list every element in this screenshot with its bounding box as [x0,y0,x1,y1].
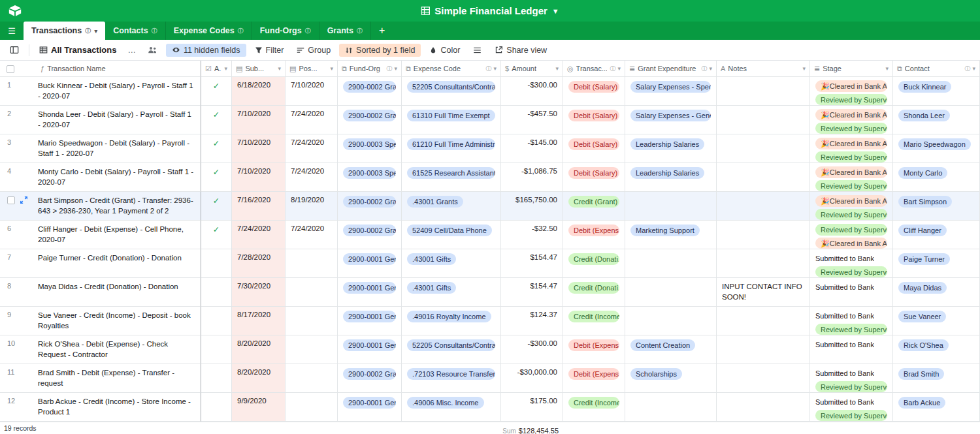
cell-approved-checkbox[interactable]: ✓ [201,192,232,221]
cell-submitted-date[interactable]: 7/30/2020 [232,278,286,307]
cell-posted-date[interactable]: 8/19/2020 [286,192,338,221]
cell-grant-expenditure[interactable]: Scholarships [625,364,717,393]
chevron-down-icon[interactable]: ▾ [555,65,559,72]
cell-amount[interactable]: $124.37 [501,307,563,335]
cell-stage[interactable]: Submitted to Bank [810,278,893,307]
cell-submitted-date[interactable]: 7/10/2020 [232,106,286,134]
airtable-logo[interactable] [8,5,22,17]
cell-grant-expenditure[interactable]: Leadership Salaries [625,134,717,163]
cell-approved-checkbox[interactable] [201,393,232,422]
cell-fund-org[interactable]: 2900-0002 Grant [338,221,402,249]
cell-amount[interactable]: $154.47 [501,278,563,307]
cell-posted-date[interactable]: 7/24/2020 [286,106,338,134]
collaborators-button[interactable] [143,44,162,56]
row-number-cell[interactable]: 12 [0,393,37,422]
cell-fund-org[interactable]: 2900-0001 Genera [338,307,402,335]
color-button[interactable]: Color [425,44,465,57]
cell-transaction-type[interactable]: Debit (Salary) [563,163,625,192]
cell-contact[interactable]: Monty Carlo [893,163,980,192]
cell-grant-expenditure[interactable] [625,278,717,307]
cell-fund-org[interactable]: 2900-0002 Grant [338,106,402,134]
cell-fund-org[interactable]: 2900-0002 Grant [338,364,402,393]
cell-approved-checkbox[interactable] [201,278,232,307]
cell-transaction-name[interactable]: Buck Kinnear - Debit (Salary) - Payroll … [37,77,201,106]
cell-fund-org[interactable]: 2900-0003 Specia [338,134,402,163]
cell-amount[interactable]: $154.47 [501,249,563,278]
cell-notes[interactable] [717,364,810,393]
cell-stage[interactable]: Submitted to BankReviewed by Supervi [810,307,893,335]
cell-expense-code[interactable]: .49006 Misc. Income [402,393,501,422]
cell-stage[interactable]: 🎉Cleared in Bank AReviewed by Supervi [810,163,893,192]
cell-stage[interactable]: Submitted to BankReviewed by Supervi [810,364,893,393]
cell-amount[interactable]: -$30,000.00 [501,364,563,393]
row-number-cell[interactable]: 4 [0,163,37,192]
cell-submitted-date[interactable]: 6/18/2020 [232,77,286,106]
cell-submitted-date[interactable]: 7/28/2020 [232,249,286,278]
cell-notes[interactable] [717,77,810,106]
column-header-pos[interactable]: ▤Pos...▾ [286,61,338,77]
amount-summary[interactable]: Sum$128,454.55 [501,424,559,434]
chevron-down-icon[interactable]: ▾ [330,65,333,72]
cell-amount[interactable]: -$300.00 [501,77,563,106]
cell-notes[interactable] [717,307,810,335]
cell-posted-date[interactable]: 7/24/2020 [286,221,338,249]
cell-contact[interactable]: Shonda Leer [893,106,980,134]
column-header-fund-org[interactable]: ⧉Fund-Orgⓘ▾ [338,61,402,77]
cell-approved-checkbox[interactable]: ✓ [201,106,232,134]
cell-contact[interactable]: Brad Smith [893,364,980,393]
column-header-stage[interactable]: ≣Stage▾ [810,61,893,77]
row-number-cell[interactable]: 3 [0,134,37,163]
cell-submitted-date[interactable]: 8/20/2020 [232,364,286,393]
cell-notes[interactable] [717,393,810,422]
cell-amount[interactable]: -$1,086.75 [501,163,563,192]
cell-expense-code[interactable]: 61310 Full Time Exempt [402,106,501,134]
cell-approved-checkbox[interactable]: ✓ [201,77,232,106]
cell-expense-code[interactable]: 61210 Full Time Administrator [402,134,501,163]
cell-transaction-name[interactable]: Rick O'Shea - Debit (Expense) - Check Re… [37,335,201,364]
cell-transaction-name[interactable]: Maya Didas - Credit (Donation) - Donatio… [37,278,201,307]
add-table-button[interactable]: + [371,22,393,40]
tab-contacts[interactable]: Contactsⓘ [105,22,165,40]
cell-stage[interactable]: 🎉Cleared in Bank AReviewed by Supervi [810,106,893,134]
filter-button[interactable]: Filter [250,44,289,57]
column-header-notes[interactable]: ANotes▾ [717,61,810,77]
cell-expense-code[interactable]: .43001 Gifts [402,278,501,307]
row-number-cell[interactable]: 2 [0,106,37,134]
cell-stage[interactable]: 🎉Cleared in Bank AReviewed by Supervi [810,192,893,221]
select-all-checkbox-cell[interactable] [0,61,37,77]
share-view-button[interactable]: Share view [490,44,551,57]
cell-submitted-date[interactable]: 7/16/2020 [232,192,286,221]
cell-grant-expenditure[interactable] [625,393,717,422]
column-header-amount[interactable]: $Amount▾ [501,61,563,77]
cell-expense-code[interactable]: 52205 Consultants/Contracto [402,335,501,364]
column-header-grant-expenditure[interactable]: ≣Grant Expenditureⓘ▾ [625,61,717,77]
cell-fund-org[interactable]: 2900-0001 Genera [338,393,402,422]
cell-transaction-name[interactable]: Paige Turner - Credit (Donation) - Donat… [37,249,201,278]
cell-approved-checkbox[interactable] [201,364,232,393]
tab-expense-codes[interactable]: Expense Codesⓘ [166,22,252,40]
cell-transaction-name[interactable]: Cliff Hanger - Debit (Expense) - Cell Ph… [37,221,201,249]
chevron-down-icon[interactable]: ▾ [278,65,281,72]
cell-stage[interactable]: 🎉Cleared in Bank AReviewed by Supervi [810,134,893,163]
column-header-sub[interactable]: ▤Sub...▾ [232,61,286,77]
tab-fund-orgs[interactable]: Fund-Orgsⓘ [252,22,319,40]
cell-posted-date[interactable] [286,364,338,393]
row-number-cell[interactable]: 6 [0,221,37,249]
cell-grant-expenditure[interactable]: Salary Expenses - Special ( [625,77,717,106]
cell-transaction-name[interactable]: Shonda Leer - Debit (Salary) - Payroll -… [37,106,201,134]
hidden-fields-button[interactable]: 11 hidden fields [166,44,246,57]
chevron-down-icon[interactable]: ▾ [94,27,97,35]
cell-contact[interactable]: Maya Didas [893,278,980,307]
chevron-down-icon[interactable]: ▾ [709,65,712,72]
column-header-a[interactable]: ☑A...▾ [201,61,232,77]
cell-contact[interactable]: Barb Ackue [893,393,980,422]
tab-grants[interactable]: Grantsⓘ [319,22,371,40]
cell-transaction-name[interactable]: Brad Smith - Debit (Expense) - Transfer … [37,364,201,393]
cell-posted-date[interactable] [286,249,338,278]
cell-notes[interactable] [717,192,810,221]
cell-notes[interactable]: INPUT CONTACT INFO SOON! [717,278,810,307]
chevron-down-icon[interactable]: ▾ [972,65,975,72]
cell-submitted-date[interactable]: 9/9/2020 [232,393,286,422]
row-height-button[interactable] [468,44,486,56]
cell-submitted-date[interactable]: 7/10/2020 [232,134,286,163]
